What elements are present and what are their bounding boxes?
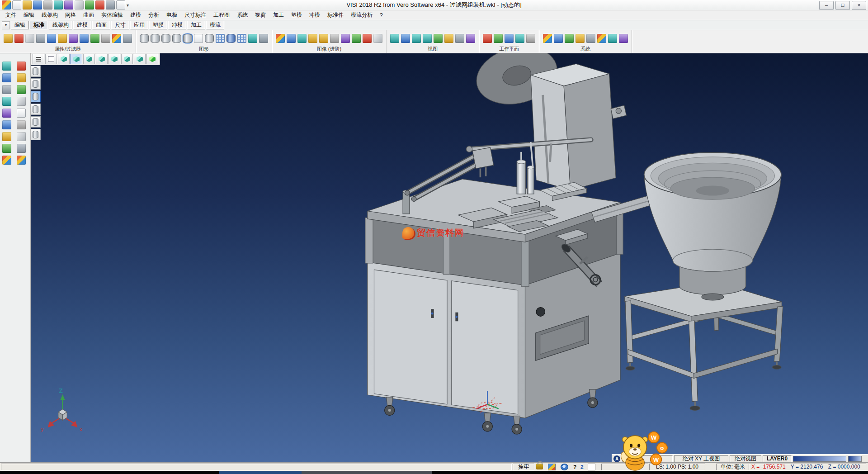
workplane-xy-icon[interactable] [483,34,492,43]
delete-icon[interactable] [95,0,104,9]
grid-display-icon[interactable] [216,34,225,43]
notes-icon[interactable] [17,132,26,141]
modify-icon[interactable] [17,85,26,94]
menu-item-16[interactable]: 标准件 [324,10,347,20]
globe-icon[interactable] [561,464,568,470]
app-logo-icon[interactable] [2,0,11,9]
database-icon[interactable] [619,34,628,43]
snapshot-icon[interactable] [373,34,382,43]
tab-10[interactable]: 模流 [206,21,224,29]
workplane-3points-icon[interactable] [505,34,514,43]
menu-item-8[interactable]: 电极 [163,10,181,20]
page-icon[interactable] [588,464,595,470]
lighting-icon[interactable] [319,34,328,43]
taskbar-item[interactable] [302,470,432,474]
tab-7[interactable]: 塑膜 [149,21,167,29]
edge-display-icon[interactable] [259,34,268,43]
tab-0[interactable]: 编辑 [11,21,29,29]
zoom-fit-icon[interactable] [434,34,443,43]
color-table-icon[interactable] [597,34,606,43]
print-preview-icon[interactable] [54,0,63,9]
redraw-icon[interactable] [85,0,94,9]
paste-entities-icon[interactable] [47,34,56,43]
menu-item-1[interactable]: 编辑 [20,10,38,20]
menu-item-6[interactable]: 建模 [127,10,145,20]
zoom-in-icon[interactable] [412,34,421,43]
background-icon[interactable] [341,34,350,43]
save-document-icon[interactable] [33,0,42,9]
filter-edit-icon[interactable] [69,34,78,43]
pan-view-icon[interactable] [401,34,410,43]
3d-viewport[interactable]: Z x y 贸信资料网 [31,53,868,464]
menu-item-9[interactable]: 尺寸标注 [181,10,210,20]
menu-item-4[interactable]: 曲面 [80,10,98,20]
shaded-mode-icon[interactable] [183,34,192,43]
selection-filter-icon[interactable] [80,34,89,43]
sketch-icon[interactable] [17,73,26,82]
display-wireframe-button[interactable] [31,104,41,115]
view-iso-2-button[interactable] [71,54,82,64]
menu-item-13[interactable]: 加工 [269,10,288,20]
extrude-icon[interactable] [2,109,11,118]
edit-attributes-icon[interactable] [4,34,13,43]
active-layer-indicator[interactable]: LAYER0 [763,455,792,462]
tab-5[interactable]: 尺寸 [111,21,129,29]
view-iso-7-button[interactable] [134,54,146,64]
view-iso-6-button[interactable] [121,54,133,64]
render-edges-icon[interactable] [287,34,296,43]
viewbar-menu-button[interactable] [33,54,44,64]
workplane-view-icon[interactable] [515,34,524,43]
attributes-off-icon[interactable] [123,34,132,43]
mask-on-icon[interactable] [90,34,99,43]
menu-item-2[interactable]: 线架构 [38,10,61,20]
measure-icon[interactable] [2,144,11,153]
print-icon[interactable] [43,0,52,9]
display-all-button[interactable] [31,66,41,77]
workplane-icon[interactable] [17,120,26,129]
tab-6[interactable]: 应用 [130,21,148,29]
menu-item-14[interactable]: 塑模 [288,10,306,20]
minimize-button[interactable]: – [819,1,834,10]
analyze-icon[interactable] [2,120,11,129]
offset-icon[interactable] [17,97,26,106]
screen-copy-icon[interactable] [64,0,73,9]
lock-icon[interactable] [536,464,543,469]
palette-icon[interactable] [17,156,26,165]
display-active-button[interactable] [31,91,41,102]
sheet-icon[interactable] [17,109,26,118]
view-iso-5-button[interactable] [108,54,120,64]
workplane-reset-icon[interactable] [526,34,535,43]
menu-item-15[interactable]: 冲模 [306,10,324,20]
solid-cylinder-3-icon[interactable] [161,34,170,43]
dynamic-view-icon[interactable] [466,34,475,43]
close-button[interactable]: × [852,1,866,10]
view-iso-4-button[interactable] [96,54,108,64]
cylinder-grid-icon[interactable] [226,34,236,43]
system-info-icon[interactable] [608,34,617,43]
view-mode-indicator[interactable]: 绝对 XY 上视图 [674,455,728,462]
solid-cylinder-2-icon[interactable] [151,34,160,43]
color-scale-bar-small[interactable] [848,456,862,462]
layers-icon[interactable] [17,144,26,153]
menu-item-18[interactable]: ? [376,11,387,19]
curves-icon[interactable] [2,132,11,141]
layer-manager-icon[interactable] [576,34,585,43]
display-surfaces-button[interactable] [31,116,41,128]
quick-toolbar-dropdown[interactable]: ▾ [125,3,130,8]
view-shaded-iso-button[interactable] [146,54,158,64]
solid-cylinder-4-icon[interactable] [172,34,181,43]
translate-icon[interactable] [2,85,11,94]
tab-1[interactable]: 标准 [30,21,48,29]
wireframe-mode-icon[interactable] [194,34,203,43]
image-mode-icon[interactable] [548,464,556,470]
menu-item-3[interactable]: 网格 [61,10,80,20]
filter-icon[interactable] [58,34,67,43]
rotate-view-icon[interactable] [390,34,399,43]
display-solids-button[interactable] [31,78,41,90]
render-shaded-icon[interactable] [276,34,285,43]
display-points-button[interactable] [31,129,41,140]
view-top-button[interactable] [45,54,57,64]
grid-settings-icon[interactable] [237,34,246,43]
menu-item-5[interactable]: 实体编辑 [98,10,127,20]
smart-delete-icon[interactable] [17,62,26,71]
